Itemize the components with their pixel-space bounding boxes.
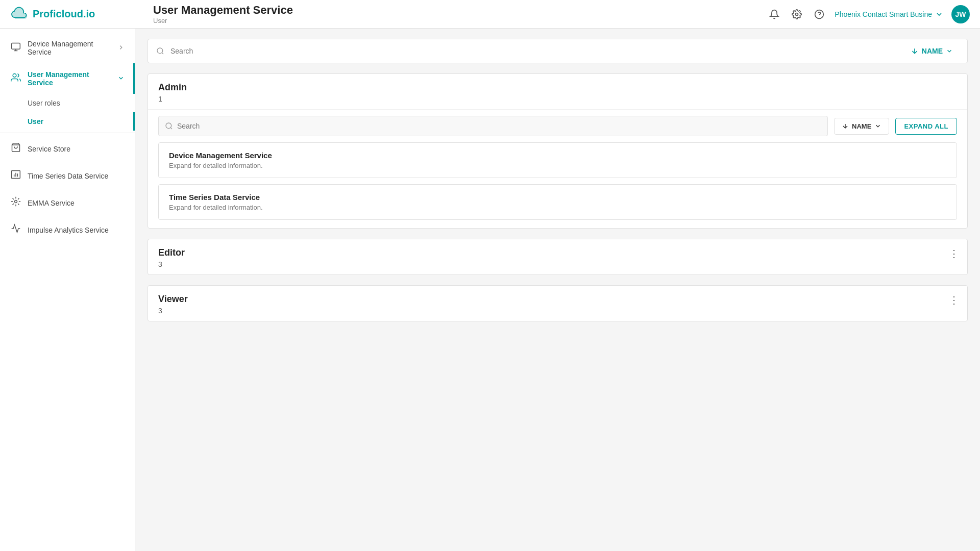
svg-line-14 bbox=[162, 53, 163, 54]
svg-rect-3 bbox=[12, 43, 20, 49]
service-card-tsds[interactable]: Time Series Data Service Expand for deta… bbox=[158, 184, 957, 220]
viewer-menu-icon[interactable]: ⋮ bbox=[949, 294, 959, 306]
sidebar-item-device-management[interactable]: Device Management Service bbox=[0, 33, 135, 63]
page-title: User Management Service bbox=[153, 4, 767, 17]
admin-search-input[interactable] bbox=[177, 122, 821, 130]
sidebar-item-service-store-label: Service Store bbox=[28, 145, 125, 153]
breadcrumb: User bbox=[153, 17, 767, 24]
service-card-dms[interactable]: Device Management Service Expand for det… bbox=[158, 142, 957, 178]
app-header: Proficloud.io User Management Service Us… bbox=[0, 0, 980, 29]
admin-search-icon bbox=[165, 122, 173, 130]
svg-point-12 bbox=[15, 201, 17, 203]
header-actions: Phoenix Contact Smart Busine JW bbox=[767, 5, 970, 23]
sidebar-item-service-store[interactable]: Service Store bbox=[0, 135, 135, 162]
cloud-logo-icon bbox=[10, 5, 29, 23]
sidebar-sub-item-user-roles[interactable]: User roles bbox=[0, 94, 135, 112]
sidebar-sub-item-user[interactable]: User bbox=[0, 112, 135, 131]
top-search-bar: NAME bbox=[148, 39, 968, 63]
logo-text: Proficloud.io bbox=[33, 8, 95, 20]
tenant-name: Phoenix Contact Smart Busine bbox=[835, 10, 932, 18]
admin-sort-button[interactable]: NAME bbox=[834, 118, 889, 135]
bell-icon[interactable] bbox=[767, 7, 781, 21]
svg-point-6 bbox=[13, 73, 16, 77]
device-management-icon bbox=[10, 42, 21, 55]
main-content: NAME Admin 1 bbox=[135, 29, 980, 551]
svg-line-17 bbox=[170, 128, 172, 129]
chevron-down-sort-icon bbox=[946, 47, 953, 55]
role-group-admin: Admin 1 NAME bbox=[148, 73, 968, 229]
logo-area: Proficloud.io bbox=[10, 5, 143, 23]
role-group-viewer-title: Viewer bbox=[158, 294, 957, 305]
sidebar-item-user-management-label: User Management Service bbox=[28, 70, 111, 87]
sort-down-icon bbox=[911, 47, 919, 55]
sidebar-item-emma-label: EMMA Service bbox=[28, 199, 125, 207]
role-group-viewer: Viewer 3 ⋮ bbox=[148, 285, 968, 321]
service-card-tsds-title: Time Series Data Service bbox=[169, 193, 946, 202]
service-store-icon bbox=[10, 142, 21, 155]
svg-point-16 bbox=[166, 123, 172, 129]
sidebar-item-time-series-label: Time Series Data Service bbox=[28, 172, 125, 180]
main-layout: Device Management Service User Managemen… bbox=[0, 29, 980, 551]
sidebar-item-emma[interactable]: EMMA Service bbox=[0, 189, 135, 216]
svg-point-13 bbox=[157, 48, 163, 54]
emma-icon bbox=[10, 196, 21, 209]
role-group-admin-toolbar: NAME EXPAND ALL bbox=[148, 109, 967, 142]
header-title-area: User Management Service User bbox=[143, 4, 767, 24]
role-group-admin-count: 1 bbox=[158, 95, 957, 103]
sidebar-item-impulse[interactable]: Impulse Analytics Service bbox=[0, 216, 135, 243]
sidebar-divider bbox=[0, 133, 135, 133]
top-sort-button[interactable]: NAME bbox=[904, 43, 959, 59]
role-group-editor: Editor 3 ⋮ bbox=[148, 239, 968, 275]
role-group-viewer-header: Viewer 3 ⋮ bbox=[148, 286, 967, 321]
admin-chevron-down-icon bbox=[874, 122, 881, 130]
service-card-dms-desc: Expand for detailed information. bbox=[169, 162, 946, 169]
time-series-icon bbox=[10, 169, 21, 182]
sidebar-item-time-series[interactable]: Time Series Data Service bbox=[0, 162, 135, 189]
chevron-down-icon bbox=[117, 74, 125, 83]
sidebar-item-impulse-label: Impulse Analytics Service bbox=[28, 226, 125, 234]
role-group-editor-count: 3 bbox=[158, 260, 957, 268]
admin-search-bar bbox=[158, 116, 828, 136]
sidebar: Device Management Service User Managemen… bbox=[0, 29, 135, 551]
service-card-dms-title: Device Management Service bbox=[169, 151, 946, 160]
top-search-icon bbox=[156, 47, 164, 55]
role-group-editor-title: Editor bbox=[158, 247, 957, 258]
chevron-right-icon bbox=[117, 44, 125, 53]
admin-sort-down-icon bbox=[842, 122, 849, 130]
service-card-tsds-desc: Expand for detailed information. bbox=[169, 204, 946, 211]
role-group-viewer-count: 3 bbox=[158, 307, 957, 315]
tenant-selector[interactable]: Phoenix Contact Smart Busine bbox=[835, 10, 943, 18]
sidebar-item-device-management-label: Device Management Service bbox=[28, 40, 111, 56]
svg-point-0 bbox=[796, 13, 798, 15]
sidebar-item-user-management[interactable]: User Management Service bbox=[0, 63, 135, 94]
role-group-editor-header: Editor 3 ⋮ bbox=[148, 239, 967, 274]
gear-icon[interactable] bbox=[790, 7, 804, 21]
top-search-input[interactable] bbox=[170, 47, 898, 55]
impulse-icon bbox=[10, 223, 21, 236]
expand-all-button[interactable]: EXPAND ALL bbox=[895, 118, 957, 135]
role-group-admin-header: Admin 1 bbox=[148, 74, 967, 109]
role-group-admin-title: Admin bbox=[158, 82, 957, 93]
help-icon[interactable] bbox=[812, 7, 826, 21]
avatar[interactable]: JW bbox=[951, 5, 970, 23]
editor-menu-icon[interactable]: ⋮ bbox=[949, 247, 959, 260]
user-management-icon bbox=[10, 72, 21, 85]
